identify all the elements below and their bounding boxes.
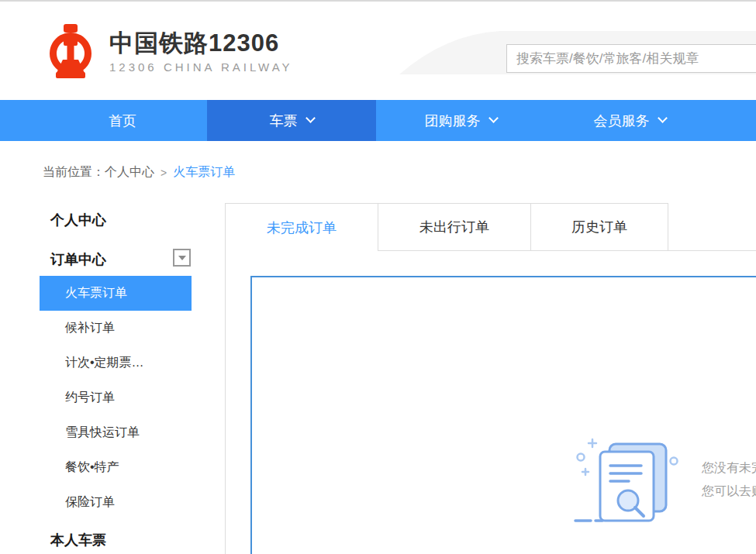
- sidebar-item-ski-equipment-orders[interactable]: 雪具快运订单: [40, 415, 192, 450]
- nav-item-label: 车票: [270, 112, 298, 130]
- order-center-collapse-toggle[interactable]: [173, 249, 191, 267]
- chevron-down-icon: [306, 113, 316, 123]
- panel-left-border: [225, 251, 226, 554]
- breadcrumb-train-orders[interactable]: 火车票订单: [173, 164, 235, 181]
- chevron-down-icon: [488, 113, 499, 123]
- breadcrumb-prefix: 当前位置：: [43, 164, 105, 181]
- nav-item-home[interactable]: 首页: [38, 100, 207, 141]
- empty-state-message: 您没有未完成的订单 您可以去购票: [702, 456, 756, 503]
- sidebar-item-dining-specialty[interactable]: 餐饮•特产: [40, 450, 192, 485]
- sidebar-item-label: 火车票订单: [65, 285, 127, 301]
- nav-item-label: 团购服务: [425, 112, 481, 130]
- logo-title: 中国铁路12306: [109, 29, 293, 57]
- nav-item-member-services[interactable]: 会员服务: [545, 100, 714, 141]
- breadcrumb-separator: >: [161, 167, 167, 179]
- tab-unfinished-orders[interactable]: 未完成订单: [225, 203, 378, 251]
- nav-item-label: 首页: [109, 112, 136, 130]
- logo-text: 中国铁路12306 12306 CHINA RAILWAY: [109, 29, 293, 74]
- sidebar-heading-my-tickets[interactable]: 本人车票: [50, 531, 106, 549]
- sidebar-item-label: 餐饮•特产: [65, 459, 119, 476]
- sidebar-item-label: 雪具快运订单: [65, 425, 140, 441]
- tab-label: 历史订单: [571, 218, 627, 236]
- page-12306-order-center: 中国铁路12306 12306 CHINA RAILWAY 首页 车票 团购服务…: [0, 0, 756, 554]
- sidebar-heading-personal-center[interactable]: 个人中心: [50, 211, 106, 229]
- sidebar-heading-order-center[interactable]: 订单中心: [50, 250, 106, 269]
- sidebar-item-label: 计次•定期票…: [65, 355, 144, 371]
- breadcrumb-personal-center[interactable]: 个人中心: [105, 164, 154, 181]
- sidebar-item-appointment-orders[interactable]: 约号订单: [40, 380, 192, 415]
- sidebar-item-label: 保险订单: [65, 494, 115, 511]
- sidebar-item-insurance-orders[interactable]: 保险订单: [40, 485, 192, 520]
- nav-item-label: 会员服务: [594, 112, 650, 130]
- tab-label: 未完成订单: [267, 219, 337, 237]
- sidebar-item-train-ticket-orders[interactable]: 火车票订单: [40, 276, 192, 311]
- empty-state-line2: 您可以去购票: [702, 480, 756, 503]
- documents-search-icon: [566, 434, 682, 525]
- logo[interactable]: 中国铁路12306 12306 CHINA RAILWAY: [43, 23, 293, 79]
- china-railway-logo-icon: [43, 23, 98, 79]
- panel-top-border: [668, 250, 756, 251]
- sidebar-item-label: 约号订单: [65, 390, 115, 406]
- triangle-down-icon: [178, 256, 186, 260]
- nav-item-group-services[interactable]: 团购服务: [376, 100, 545, 141]
- header: 中国铁路12306 12306 CHINA RAILWAY: [0, 2, 756, 100]
- chevron-down-icon: [658, 113, 668, 123]
- search-input[interactable]: [506, 44, 756, 73]
- tab-upcoming-orders[interactable]: 未出行订单: [378, 203, 531, 251]
- empty-state-line1: 您没有未完成的订单: [702, 456, 756, 480]
- sidebar-item-pass-tickets[interactable]: 计次•定期票…: [40, 346, 192, 380]
- tab-label: 未出行订单: [419, 218, 489, 236]
- tab-history-orders[interactable]: 历史订单: [530, 203, 668, 251]
- main-nav: 首页 车票 团购服务 会员服务: [0, 100, 756, 141]
- nav-item-tickets[interactable]: 车票: [207, 100, 376, 141]
- sidebar-item-waitlist-orders[interactable]: 候补订单: [40, 311, 192, 346]
- logo-subtitle: 12306 CHINA RAILWAY: [109, 60, 293, 74]
- breadcrumb: 当前位置： 个人中心 > 火车票订单: [43, 164, 235, 181]
- sidebar-item-label: 候补订单: [65, 320, 115, 336]
